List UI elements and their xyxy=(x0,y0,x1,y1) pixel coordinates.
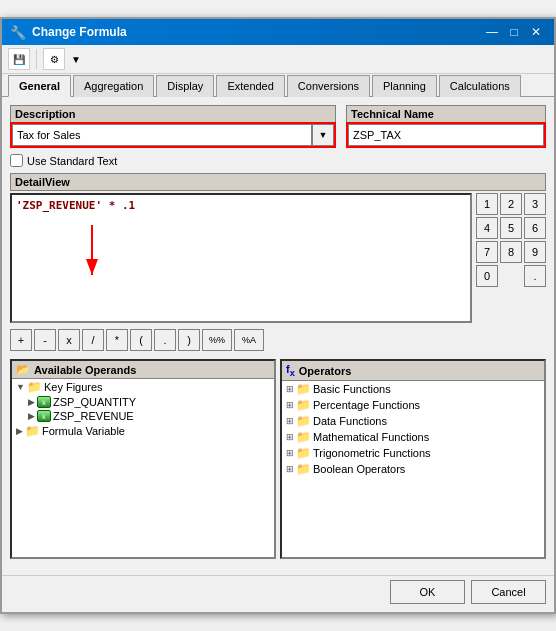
mathematical-functions-label: Mathematical Functions xyxy=(313,431,429,443)
tab-calculations[interactable]: Calculations xyxy=(439,75,521,97)
expand-icon-qty: ▶ xyxy=(28,397,35,407)
expand-op-pct: ⊞ xyxy=(286,400,294,410)
main-window: 🔧 Change Formula — □ ✕ 💾 ⚙ ▼ General Agg… xyxy=(0,17,556,614)
op-plus[interactable]: + xyxy=(10,329,32,351)
folder-icon-kf: 📁 xyxy=(27,380,42,394)
operators-fx-icon: fx xyxy=(286,363,295,378)
expand-op-bool: ⊞ xyxy=(286,464,294,474)
op-lparen[interactable]: ( xyxy=(130,329,152,351)
title-bar: 🔧 Change Formula — □ ✕ xyxy=(2,19,554,45)
bottom-buttons: OK Cancel xyxy=(2,575,554,612)
operands-folder-icon: 📂 xyxy=(16,363,30,376)
folder-icon-math: 📁 xyxy=(296,430,311,444)
basic-functions-label: Basic Functions xyxy=(313,383,391,395)
description-input[interactable] xyxy=(12,124,312,146)
numpad-9[interactable]: 9 xyxy=(524,241,546,263)
kf-icon-qty: k xyxy=(37,396,51,408)
boolean-operators-label: Boolean Operators xyxy=(313,463,405,475)
tree-root-expand[interactable]: ▼ 📁 Key Figures xyxy=(12,379,274,395)
tree-op-pct[interactable]: ⊞ 📁 Percentage Functions xyxy=(282,397,544,413)
tab-display[interactable]: Display xyxy=(156,75,214,97)
tree-item-zsp-quantity[interactable]: ▶ k ZSP_QUANTITY xyxy=(24,395,274,409)
bottom-panels: 📂 Available Operands ▼ 📁 Key Figures ▶ k… xyxy=(10,359,546,559)
tree-op-data[interactable]: ⊞ 📁 Data Functions xyxy=(282,413,544,429)
folder-icon-bool: 📁 xyxy=(296,462,311,476)
expand-op-math: ⊞ xyxy=(286,432,294,442)
numpad-4[interactable]: 4 xyxy=(476,217,498,239)
op-dot[interactable]: . xyxy=(154,329,176,351)
operators-panel-header: fx Operators xyxy=(282,361,544,381)
folder-icon-basic: 📁 xyxy=(296,382,311,396)
formula-variable-label: Formula Variable xyxy=(42,425,125,437)
available-operands-label: Available Operands xyxy=(34,364,136,376)
tabs-container: General Aggregation Display Extended Con… xyxy=(2,74,554,97)
operators-row: + - x / * ( . ) %% %A xyxy=(10,329,546,351)
technical-name-group: Technical Name xyxy=(346,105,546,148)
use-standard-text-label: Use Standard Text xyxy=(27,155,117,167)
fields-row: Description ▼ Technical Name xyxy=(10,105,546,148)
tree-op-math[interactable]: ⊞ 📁 Mathematical Functions xyxy=(282,429,544,445)
tab-extended[interactable]: Extended xyxy=(216,75,284,97)
operators-panel: fx Operators ⊞ 📁 Basic Functions ⊞ 📁 Per… xyxy=(280,359,546,559)
cancel-button[interactable]: Cancel xyxy=(471,580,546,604)
tab-planning[interactable]: Planning xyxy=(372,75,437,97)
description-input-row: ▼ xyxy=(10,122,336,148)
ok-button[interactable]: OK xyxy=(390,580,465,604)
op-rparen[interactable]: ) xyxy=(178,329,200,351)
folder-icon-data: 📁 xyxy=(296,414,311,428)
expand-op-trig: ⊞ xyxy=(286,448,294,458)
percentage-functions-label: Percentage Functions xyxy=(313,399,420,411)
op-minus[interactable]: - xyxy=(34,329,56,351)
description-dropdown-button[interactable]: ▼ xyxy=(312,124,334,146)
separator xyxy=(36,49,37,69)
expand-op-basic: ⊞ xyxy=(286,384,294,394)
zsp-revenue-label: ZSP_REVENUE xyxy=(53,410,134,422)
op-star[interactable]: * xyxy=(106,329,128,351)
description-label: Description xyxy=(10,105,336,122)
op-pct-pct[interactable]: %% xyxy=(202,329,232,351)
close-button[interactable]: ✕ xyxy=(526,23,546,41)
options-button[interactable]: ⚙ xyxy=(43,48,65,70)
numpad-dot[interactable]: . xyxy=(524,265,546,287)
tab-general[interactable]: General xyxy=(8,75,71,97)
use-standard-text-checkbox[interactable] xyxy=(10,154,23,167)
numpad-8[interactable]: 8 xyxy=(500,241,522,263)
save-button[interactable]: 💾 xyxy=(8,48,30,70)
tree-item-zsp-revenue[interactable]: ▶ k ZSP_REVENUE xyxy=(24,409,274,423)
detail-view-label: DetailView xyxy=(10,173,546,191)
dropdown-button[interactable]: ▼ xyxy=(69,48,83,70)
maximize-button[interactable]: □ xyxy=(504,23,524,41)
tree-op-bool[interactable]: ⊞ 📁 Boolean Operators xyxy=(282,461,544,477)
tab-conversions[interactable]: Conversions xyxy=(287,75,370,97)
numpad-5[interactable]: 5 xyxy=(500,217,522,239)
minimize-button[interactable]: — xyxy=(482,23,502,41)
content-area: Description ▼ Technical Name Use Standar… xyxy=(2,97,554,575)
annotation-arrow xyxy=(12,195,472,323)
folder-icon-trig: 📁 xyxy=(296,446,311,460)
numpad-6[interactable]: 6 xyxy=(524,217,546,239)
available-operands-header: 📂 Available Operands xyxy=(12,361,274,379)
op-multiply[interactable]: x xyxy=(58,329,80,351)
technical-name-input-row xyxy=(346,122,546,148)
technical-name-label: Technical Name xyxy=(346,105,546,122)
folder-icon-fv: 📁 xyxy=(25,424,40,438)
available-operands-panel: 📂 Available Operands ▼ 📁 Key Figures ▶ k… xyxy=(10,359,276,559)
op-pct-a[interactable]: %A xyxy=(234,329,264,351)
tab-aggregation[interactable]: Aggregation xyxy=(73,75,154,97)
tree-op-basic[interactable]: ⊞ 📁 Basic Functions xyxy=(282,381,544,397)
technical-name-input[interactable] xyxy=(348,124,544,146)
numpad-2[interactable]: 2 xyxy=(500,193,522,215)
detail-view-container: 'ZSP_REVENUE' * .1 1 2 3 4 xyxy=(10,193,546,323)
formula-text: 'ZSP_REVENUE' * .1 xyxy=(16,199,135,212)
numpad-3[interactable]: 3 xyxy=(524,193,546,215)
data-functions-label: Data Functions xyxy=(313,415,387,427)
numpad-7[interactable]: 7 xyxy=(476,241,498,263)
op-divide[interactable]: / xyxy=(82,329,104,351)
kf-icon-rev: k xyxy=(37,410,51,422)
numpad-0[interactable]: 0 xyxy=(476,265,498,287)
window-title: Change Formula xyxy=(32,25,127,39)
tree-op-trig[interactable]: ⊞ 📁 Trigonometric Functions xyxy=(282,445,544,461)
numpad-1[interactable]: 1 xyxy=(476,193,498,215)
detail-view-editor[interactable]: 'ZSP_REVENUE' * .1 xyxy=(10,193,472,323)
tree-item-formula-variable[interactable]: ▶ 📁 Formula Variable xyxy=(12,423,274,439)
